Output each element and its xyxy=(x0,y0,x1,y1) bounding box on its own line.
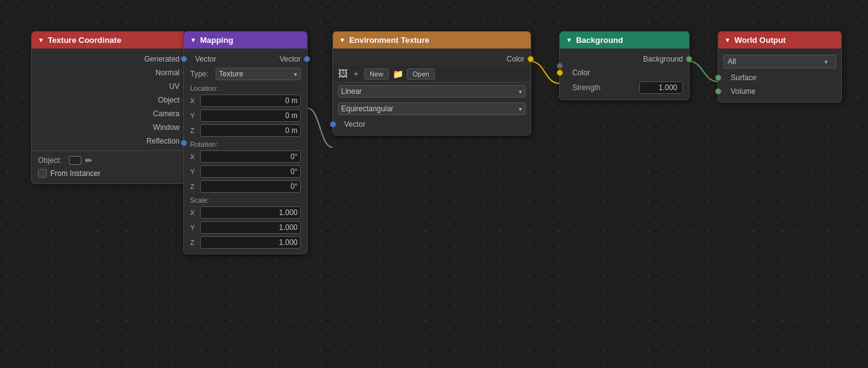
world-output-node: ▼ World Output All Surface Volume xyxy=(718,31,842,103)
mapping-scale-y-label: Y xyxy=(190,224,198,231)
tc-uv-label: UV xyxy=(38,82,180,91)
env-colorspace-wrapper: Linear xyxy=(338,85,526,98)
wo-all-select-row: All xyxy=(718,52,841,71)
world-output-title: World Output xyxy=(734,35,786,45)
mapping-vector-output-socket xyxy=(304,56,310,62)
bg-color-input-socket xyxy=(557,70,563,76)
mapping-vector-input-label: Vector xyxy=(195,55,248,63)
env-color-output-socket xyxy=(528,56,534,62)
tc-generated-row: Generated xyxy=(32,52,186,66)
env-vector-input-label: Vector xyxy=(344,120,524,129)
mapping-scale-y-row: Y 1.000 xyxy=(184,220,307,235)
collapse-icon[interactable]: ▼ xyxy=(38,37,44,44)
mapping-scale-x-value[interactable]: 1.000 xyxy=(200,206,301,219)
mapping-rot-y-row: Y 0° xyxy=(184,164,307,179)
mapping-loc-x-value[interactable]: 0 m xyxy=(200,94,301,107)
mapping-location-label: Location: xyxy=(184,82,307,93)
tc-object-field-label: Object: xyxy=(38,156,62,165)
tc-object-row: Object xyxy=(32,93,186,107)
mapping-scale-z-value[interactable]: 1.000 xyxy=(200,236,301,249)
wo-volume-socket xyxy=(715,88,721,94)
mapping-scale-y-value[interactable]: 1.000 xyxy=(200,221,301,234)
mapping-rot-x-label: X xyxy=(190,153,198,160)
mapping-loc-z-value[interactable]: 0 m xyxy=(200,124,301,137)
environment-texture-node: ▼ Environment Texture Color 🖼 ＋ New 📁 Op… xyxy=(332,31,531,136)
mapping-vector-input-socket xyxy=(181,56,187,62)
env-add-icon[interactable]: ＋ xyxy=(352,68,360,80)
bg-output-label: Background xyxy=(566,55,683,63)
wo-all-select-wrapper: All xyxy=(723,55,836,68)
env-collapse-icon[interactable]: ▼ xyxy=(339,37,345,44)
tc-object-swatch[interactable] xyxy=(69,156,81,165)
mapping-loc-y-label: Y xyxy=(190,112,198,119)
wo-volume-label: Volume xyxy=(731,87,835,96)
tc-generated-label: Generated xyxy=(38,55,180,63)
tc-reflection-row: Reflection xyxy=(32,134,186,148)
env-color-output-row: Color xyxy=(333,52,531,66)
wo-collapse-icon[interactable]: ▼ xyxy=(724,37,731,44)
wo-all-select[interactable]: All xyxy=(723,55,836,68)
mapping-loc-y-value[interactable]: 0 m xyxy=(200,109,301,122)
wo-surface-row: Surface xyxy=(718,71,841,85)
env-folder-icon[interactable]: 📁 xyxy=(393,69,403,79)
wo-surface-socket xyxy=(715,75,721,81)
bg-strength-value[interactable]: 1.000 xyxy=(639,81,683,94)
tc-window-row: Window xyxy=(32,121,186,134)
mapping-scale-z-label: Z xyxy=(190,239,198,246)
environment-texture-header: ▼ Environment Texture xyxy=(333,32,531,48)
mapping-scale-x-label: X xyxy=(190,209,198,216)
wo-volume-row: Volume xyxy=(718,85,841,98)
mapping-header: ▼ Mapping xyxy=(184,32,307,48)
world-output-body: All Surface Volume xyxy=(718,48,841,102)
tc-object-label: Object xyxy=(38,96,180,104)
env-toolbar: 🖼 ＋ New 📁 Open xyxy=(333,66,531,83)
tc-camera-label: Camera xyxy=(38,109,180,118)
mapping-node: ▼ Mapping Vector Vector Type: Texture Lo… xyxy=(183,31,308,254)
mapping-rotation-label: Rotation: xyxy=(184,138,307,149)
env-colorspace-select[interactable]: Linear xyxy=(338,85,526,98)
mapping-scale-z-row: Z 1.000 xyxy=(184,235,307,250)
tc-window-label: Window xyxy=(38,123,180,132)
tc-eyedropper-icon[interactable]: ✏ xyxy=(85,155,93,165)
mapping-rot-z-value[interactable]: 0° xyxy=(200,180,301,193)
mapping-loc-x-label: X xyxy=(190,97,198,104)
mapping-scale-label: Scale: xyxy=(184,194,307,205)
env-colorspace-row: Linear xyxy=(333,83,531,100)
bg-output-row: Background xyxy=(560,52,689,66)
bg-strength-socket xyxy=(557,63,563,69)
mapping-rot-x-row: X 0° xyxy=(184,149,307,164)
env-projection-select[interactable]: Equirectangular xyxy=(338,103,526,115)
world-output-header: ▼ World Output xyxy=(718,32,841,48)
env-color-output-label: Color xyxy=(339,55,524,63)
mapping-rot-z-label: Z xyxy=(190,183,198,190)
tc-normal-label: Normal xyxy=(38,68,180,77)
mapping-loc-z-row: Z 0 m xyxy=(184,123,307,138)
mapping-rot-y-value[interactable]: 0° xyxy=(200,165,301,178)
env-image-icon: 🖼 xyxy=(338,68,348,80)
background-body: Background Color Strength 1.000 xyxy=(560,48,689,99)
env-projection-row: Equirectangular xyxy=(333,100,531,117)
mapping-type-select[interactable]: Texture xyxy=(216,68,301,80)
tc-from-instancer-checkbox[interactable] xyxy=(38,169,47,178)
bg-color-input-row: Color xyxy=(560,66,689,80)
texture-coordinate-title: Texture Coordinate xyxy=(48,35,121,45)
mapping-loc-z-label: Z xyxy=(190,127,198,134)
env-projection-wrapper: Equirectangular xyxy=(338,103,526,115)
mapping-type-select-wrapper: Texture xyxy=(216,68,301,80)
mapping-loc-x-row: X 0 m xyxy=(184,93,307,108)
mapping-collapse-icon[interactable]: ▼ xyxy=(190,37,196,44)
mapping-vector-output-label: Vector xyxy=(248,55,301,63)
tc-from-instancer-label: From Instancer xyxy=(50,169,101,178)
tc-reflection-label: Reflection xyxy=(38,137,180,145)
texture-coordinate-body: Generated Normal UV Object Camera Window… xyxy=(32,48,186,183)
bg-strength-row: Strength 1.000 xyxy=(560,80,689,96)
tc-from-instancer-row: From Instancer xyxy=(32,167,186,180)
mapping-rot-x-value[interactable]: 0° xyxy=(200,150,301,163)
mapping-vector-row: Vector Vector xyxy=(184,52,307,66)
bg-collapse-icon[interactable]: ▼ xyxy=(566,37,572,44)
env-new-button[interactable]: New xyxy=(364,68,389,80)
env-vector-input-row: Vector xyxy=(333,117,531,131)
tc-object-field-row: Object: ✏ xyxy=(32,154,186,167)
mapping-title: Mapping xyxy=(200,35,233,45)
env-open-button[interactable]: Open xyxy=(407,68,435,80)
